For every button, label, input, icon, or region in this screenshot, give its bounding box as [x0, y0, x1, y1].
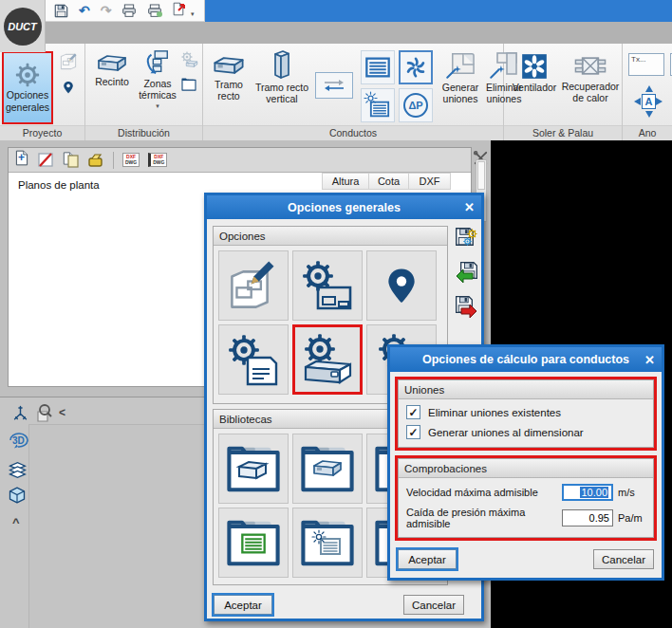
- collapse-left-icon[interactable]: <: [59, 406, 65, 419]
- opcion-localizacion-button[interactable]: [366, 250, 437, 321]
- check-row-eliminar: ✓ Eliminar uniones existentes: [399, 399, 653, 419]
- save-config-icon[interactable]: [455, 227, 478, 250]
- zoom-page-icon[interactable]: [34, 403, 53, 422]
- opcion-planos-button[interactable]: [218, 250, 289, 321]
- opcion-generales-dibujo-button[interactable]: [292, 250, 363, 321]
- uniones-groupbox: Uniones ✓ Eliminar uniones existentes ✓ …: [398, 379, 654, 448]
- opciones-calculo-dialog: Opciones de cálculo para conductos ✕ Uni…: [387, 344, 664, 581]
- generar-uniones-check-label: Generar uniones al dimensionar: [428, 427, 584, 438]
- generar-uniones-icon: [446, 51, 475, 80]
- edit-plano-button[interactable]: [38, 152, 54, 168]
- perdida-presion-button[interactable]: ΔP: [399, 88, 433, 122]
- velocidad-input[interactable]: 10.00: [562, 484, 613, 501]
- dialog2-cancelar-button[interactable]: Cancelar: [593, 549, 654, 569]
- export-config-icon[interactable]: [455, 295, 478, 319]
- dialog2-close-icon[interactable]: ✕: [644, 347, 655, 372]
- axes-icon[interactable]: [11, 404, 29, 422]
- dwg-text: DWG: [125, 159, 137, 165]
- print-preview-icon[interactable]: [147, 3, 162, 18]
- mover-texto-button[interactable]: A: [634, 85, 663, 118]
- group-label-soler-palau: Soler & Palau: [504, 125, 622, 140]
- tree-item-planos-de-planta[interactable]: Planos de planta: [18, 179, 100, 191]
- column-headers: Altura Cota DXF: [322, 173, 451, 190]
- save-icon[interactable]: [54, 4, 68, 18]
- view-3d-icon[interactable]: 3D: [8, 430, 28, 451]
- gear-box-icon[interactable]: [181, 51, 198, 68]
- print-icon[interactable]: [121, 3, 137, 18]
- recinto-label: Recinto: [95, 76, 129, 87]
- fan-swirl-icon: [403, 55, 428, 80]
- arrow-right-icon: [656, 98, 663, 105]
- group-label-anotaciones: Ano: [623, 125, 672, 140]
- dialog1-aceptar-button[interactable]: Aceptar: [214, 595, 272, 615]
- folder-window-icon[interactable]: [181, 78, 196, 91]
- dialog2-buttons: Aceptar Cancelar: [390, 541, 662, 569]
- dialog2-aceptar-button[interactable]: Aceptar: [398, 549, 457, 569]
- generar-uniones-button[interactable]: Generar uniones: [439, 51, 482, 104]
- redo-icon[interactable]: ↷: [101, 4, 112, 17]
- recinto-button[interactable]: Recinto: [89, 53, 135, 87]
- scrollbar-thumb[interactable]: [477, 161, 485, 190]
- undo-icon[interactable]: ↶: [79, 4, 90, 17]
- arrow-up-icon: [645, 85, 653, 92]
- generar-uniones-checkbox[interactable]: ✓: [406, 425, 420, 439]
- ventilador-label: Ventilador: [513, 82, 557, 93]
- add-plano-button[interactable]: +: [15, 150, 29, 170]
- export-plano-button[interactable]: [87, 153, 104, 168]
- comprobaciones-group-header: Comprobaciones: [399, 459, 653, 478]
- eliminar-uniones-checkbox[interactable]: ✓: [406, 405, 420, 419]
- toma-exterior-button[interactable]: [361, 88, 395, 122]
- biblioteca-recintos-button[interactable]: [218, 434, 289, 504]
- recuperador-button[interactable]: Recuperador de calor: [561, 53, 620, 103]
- import-config-icon[interactable]: [455, 261, 478, 285]
- collapse-up-icon[interactable]: ^: [12, 515, 20, 529]
- copy-plano-button[interactable]: [63, 152, 79, 168]
- biblioteca-conductos-button[interactable]: [292, 434, 363, 504]
- caida-presion-row: Caída de presión máxima admisible 0.95 P…: [399, 501, 653, 529]
- ventilador-button[interactable]: Ventilador: [510, 53, 559, 93]
- uniones-annotation-box: Uniones ✓ Eliminar uniones existentes ✓ …: [395, 377, 657, 451]
- opcion-memoria-button[interactable]: [218, 324, 289, 395]
- dxf-import-button[interactable]: DXF DWG: [122, 153, 140, 167]
- location-pin-icon[interactable]: [62, 80, 75, 95]
- pin-icon: [383, 261, 420, 310]
- exchange-arrows-icon: [321, 78, 347, 93]
- eliminar-uniones-check-label: Eliminar uniones existentes: [428, 407, 561, 418]
- texto-button[interactable]: Tx...: [628, 53, 664, 76]
- plan-edit-icon[interactable]: [60, 53, 77, 70]
- opcion-calculo-conductos-button[interactable]: [292, 324, 363, 395]
- dxf-layers-button[interactable]: DXF DWG: [148, 153, 167, 167]
- zonas-dropdown-icon: ▾: [156, 102, 159, 110]
- tramo-recto-vertical-icon: [272, 49, 291, 80]
- layers-icon[interactable]: [8, 460, 28, 480]
- check-row-generar: ✓ Generar uniones al dimensionar: [399, 419, 653, 439]
- ribbon-group-distribucion: Recinto Zonas térmicas ▾ Distribución: [85, 44, 203, 140]
- ribbon-group-proyecto: Opciones generales Proyecto: [0, 44, 85, 140]
- plan-pencil-icon: [227, 259, 280, 312]
- generar-uniones-label: Generar uniones: [439, 82, 482, 104]
- dialog1-close-icon[interactable]: ✕: [464, 195, 475, 219]
- invertir-sentido-button[interactable]: [315, 72, 353, 99]
- solid-view-icon[interactable]: [8, 486, 27, 505]
- export-dropdown-icon[interactable]: ▾: [191, 10, 195, 17]
- biblioteca-tomas-exterior-button[interactable]: [292, 508, 363, 578]
- tramo-recto-vertical-button[interactable]: Tramo recto vertical: [252, 49, 311, 104]
- opciones-generales-button[interactable]: Opciones generales: [2, 51, 53, 124]
- column-header-cota: Cota: [369, 173, 409, 190]
- grille-icon: [364, 54, 391, 81]
- quick-access-toolbar: ↶ ↷ ▾: [46, 0, 205, 22]
- biblioteca-rejillas-impulsion-button[interactable]: [218, 508, 289, 578]
- caida-presion-input[interactable]: 0.95: [562, 509, 613, 526]
- arrow-left-icon: [634, 98, 641, 105]
- dialog1-cancelar-button[interactable]: Cancelar: [403, 595, 464, 615]
- zonas-termicas-icon: [144, 49, 171, 76]
- difusor-button[interactable]: [399, 50, 433, 84]
- gear-plan-icon: [301, 259, 354, 312]
- tramo-recto-button[interactable]: Tramo recto: [207, 55, 251, 102]
- zonas-termicas-button[interactable]: Zonas térmicas ▾: [133, 49, 182, 110]
- export-button[interactable]: ▾: [173, 2, 194, 20]
- ribbon-group-soler-palau: Ventilador Recuperador de calor Soler & …: [504, 44, 623, 140]
- uniones-group-header: Uniones: [399, 380, 653, 399]
- comprobaciones-annotation-box: Comprobaciones Velocidad máxima admisibl…: [395, 455, 657, 541]
- rejilla-button[interactable]: [361, 50, 395, 84]
